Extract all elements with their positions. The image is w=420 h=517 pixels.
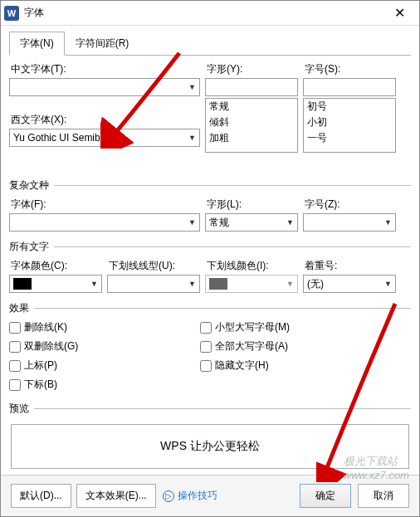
checkbox-allcaps[interactable]: 全部大写字母(A) xyxy=(200,339,391,354)
legend-effects: 效果 xyxy=(9,301,34,315)
ok-button[interactable]: 确定 xyxy=(300,484,351,508)
label-complex-size: 字号(Z): xyxy=(303,198,396,212)
tab-spacing[interactable]: 字符间距(R) xyxy=(65,32,140,56)
complex-size-combo[interactable]: ▼ xyxy=(303,213,396,232)
chevron-down-icon: ▼ xyxy=(188,280,196,288)
checkbox-superscript[interactable]: 上标(P) xyxy=(9,358,200,373)
dialog-footer: 默认(D)... 文本效果(E)... ▷操作技巧 确定 取消 xyxy=(1,475,419,516)
en-font-combo[interactable]: Yu Gothic UI Semibold▼ xyxy=(9,129,200,147)
label-emphasis: 着重号: xyxy=(303,259,396,273)
label-complex-style: 字形(L): xyxy=(205,198,298,212)
chevron-down-icon: ▼ xyxy=(90,280,98,288)
default-button[interactable]: 默认(D)... xyxy=(11,484,71,508)
complex-style-combo[interactable]: 常规▼ xyxy=(205,213,298,232)
size-listbox[interactable]: 初号 小初 一号 xyxy=(303,98,396,153)
checkbox-strikethrough[interactable]: 删除线(K) xyxy=(9,320,200,334)
legend-preview: 预览 xyxy=(9,402,34,416)
chevron-down-icon: ▼ xyxy=(384,218,392,227)
tips-link[interactable]: ▷操作技巧 xyxy=(163,489,217,503)
tab-strip: 字体(N) 字符间距(R) xyxy=(9,31,411,56)
label-cn-font: 中文字体(T): xyxy=(9,62,200,76)
checkbox-double-strike[interactable]: 双删除线(G) xyxy=(9,339,200,354)
chevron-down-icon: ▼ xyxy=(384,280,392,288)
font-color-combo[interactable]: ▼ xyxy=(9,275,102,293)
title-bar: W 字体 ✕ xyxy=(1,1,419,26)
checkbox-hidden[interactable]: 隐藏文字(H) xyxy=(200,358,391,373)
text-effects-button[interactable]: 文本效果(E)... xyxy=(76,484,156,508)
chevron-down-icon: ▼ xyxy=(286,280,294,288)
info-icon: ▷ xyxy=(163,490,174,502)
emphasis-combo[interactable]: (无)▼ xyxy=(303,275,396,293)
label-en-font: 西文字体(X): xyxy=(9,113,200,127)
list-item[interactable]: 一号 xyxy=(304,130,395,146)
color-swatch-icon xyxy=(209,278,227,290)
app-icon: W xyxy=(4,6,19,21)
label-size: 字号(S): xyxy=(303,62,396,76)
label-complex-font: 字体(F): xyxy=(9,198,200,212)
cn-font-combo[interactable]: ▼ xyxy=(9,78,200,96)
en-font-value: Yu Gothic UI Semibold xyxy=(13,132,114,144)
color-swatch-icon xyxy=(13,278,32,290)
chevron-down-icon: ▼ xyxy=(286,218,294,227)
window-title: 字体 xyxy=(24,6,383,20)
list-item[interactable]: 初号 xyxy=(304,99,395,115)
fieldset-effects: 效果 删除线(K) 小型大写字母(M) 双删除线(G) 全部大写字母(A) 上标… xyxy=(9,301,411,397)
label-font-color: 字体颜色(C): xyxy=(9,259,102,273)
emphasis-value: (无) xyxy=(307,277,324,291)
fieldset-complex: 复杂文种 字体(F): ▼ 字形(L): 常规▼ 字号(Z): ▼ xyxy=(9,178,411,235)
chevron-down-icon: ▼ xyxy=(188,134,196,142)
label-style: 字形(Y): xyxy=(205,62,298,76)
style-listbox[interactable]: 常规 倾斜 加粗 xyxy=(205,98,298,153)
underline-combo[interactable]: ▼ xyxy=(107,275,200,293)
close-button[interactable]: ✕ xyxy=(383,2,416,25)
legend-complex: 复杂文种 xyxy=(9,178,54,193)
list-item[interactable]: 加粗 xyxy=(206,130,297,146)
label-underline-color: 下划线颜色(I): xyxy=(205,259,298,273)
legend-all: 所有文字 xyxy=(9,240,54,254)
chevron-down-icon: ▼ xyxy=(188,83,196,91)
underline-color-combo[interactable]: ▼ xyxy=(205,275,298,293)
complex-font-combo[interactable]: ▼ xyxy=(9,213,200,232)
fieldset-all: 所有文字 字体颜色(C): ▼ 下划线线型(U): ▼ 下划线颜色(I): ▼ … xyxy=(9,240,411,296)
checkbox-smallcaps[interactable]: 小型大写字母(M) xyxy=(200,320,391,334)
list-item[interactable]: 常规 xyxy=(206,99,297,115)
cancel-button[interactable]: 取消 xyxy=(358,484,409,508)
list-item[interactable]: 小初 xyxy=(304,115,395,130)
checkbox-subscript[interactable]: 下标(B) xyxy=(9,378,200,392)
chevron-down-icon: ▼ xyxy=(188,218,196,227)
preview-box: WPS 让办公更轻松 xyxy=(11,424,409,469)
list-item[interactable]: 倾斜 xyxy=(206,115,297,130)
style-input[interactable] xyxy=(205,78,298,96)
complex-style-value: 常规 xyxy=(209,216,229,230)
size-input[interactable] xyxy=(303,78,396,96)
label-underline: 下划线线型(U): xyxy=(107,259,200,273)
tab-font[interactable]: 字体(N) xyxy=(9,32,65,56)
